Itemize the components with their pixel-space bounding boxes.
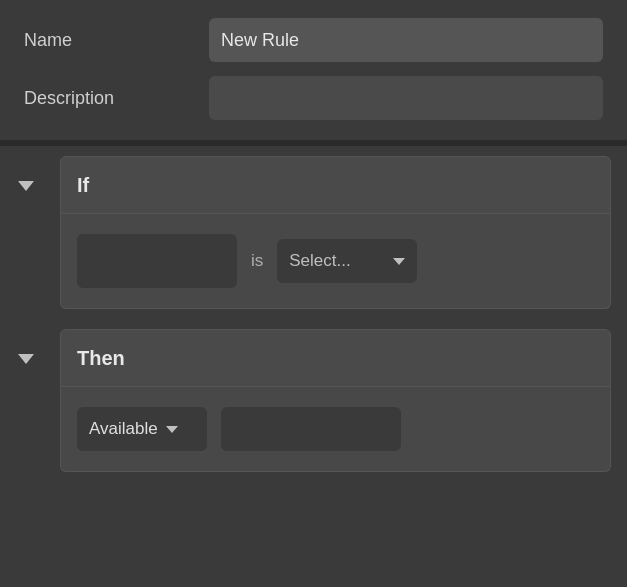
- if-title-bar: If: [60, 156, 611, 214]
- then-chevron-button[interactable]: [8, 341, 44, 377]
- if-chevron-button[interactable]: [8, 168, 44, 204]
- section-divider: [0, 140, 627, 146]
- description-label: Description: [24, 88, 209, 109]
- if-condition-row: is Select...: [60, 214, 611, 309]
- if-select-arrow-icon: [393, 258, 405, 265]
- if-condition-input-box[interactable]: [77, 234, 237, 288]
- if-select-text: Select...: [289, 251, 350, 271]
- if-section: If is Select...: [0, 156, 627, 309]
- then-section: Then Available: [0, 329, 627, 472]
- available-dropdown[interactable]: Available: [77, 407, 207, 451]
- section-gap: [0, 309, 627, 319]
- description-row: Description: [24, 76, 603, 120]
- description-input[interactable]: [209, 76, 603, 120]
- is-text: is: [251, 251, 263, 271]
- name-row: Name: [24, 18, 603, 62]
- available-text: Available: [89, 419, 158, 439]
- then-input-box[interactable]: [221, 407, 401, 451]
- then-section-title: Then: [77, 347, 125, 370]
- name-label: Name: [24, 30, 209, 51]
- then-condition-row: Available: [60, 387, 611, 472]
- name-input[interactable]: [209, 18, 603, 62]
- if-section-title: If: [77, 174, 89, 197]
- if-select-dropdown[interactable]: Select...: [277, 239, 417, 283]
- available-arrow-icon: [166, 426, 178, 433]
- if-chevron-icon: [18, 181, 34, 191]
- then-title-bar: Then: [60, 329, 611, 387]
- then-chevron-icon: [18, 354, 34, 364]
- form-section: Name Description: [0, 0, 627, 140]
